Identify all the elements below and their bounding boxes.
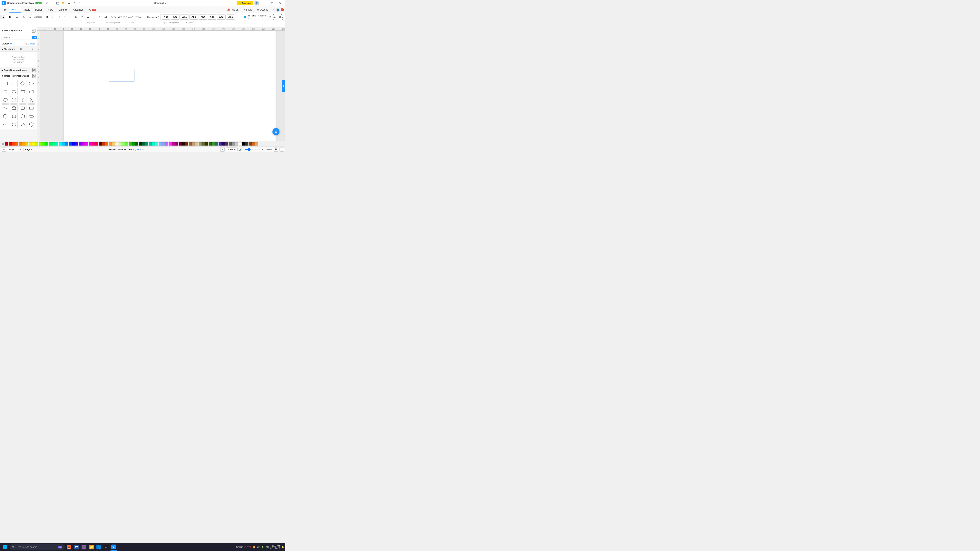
color-swatch[interactable] — [25, 142, 29, 146]
color-swatch[interactable] — [138, 142, 142, 146]
redo-button[interactable]: ↪ — [50, 1, 55, 5]
color-swatch[interactable] — [65, 142, 68, 146]
buy-now-status[interactable]: Buy Now — [132, 148, 141, 151]
color-swatch[interactable] — [235, 142, 238, 146]
options-button[interactable]: ⚙Options — [255, 8, 270, 12]
basic-drawing-close-button[interactable]: ✕ — [32, 68, 35, 72]
color-swatch[interactable] — [242, 142, 245, 146]
my-library-collapse-button[interactable]: ⊟ — [18, 47, 24, 51]
color-swatch[interactable] — [182, 142, 185, 146]
color-swatch[interactable] — [38, 142, 42, 146]
help-button[interactable]: ? — [270, 8, 275, 12]
color-swatch[interactable] — [199, 142, 202, 146]
shape-rounded-rect[interactable] — [10, 80, 18, 87]
color-swatch[interactable] — [115, 142, 118, 146]
color-swatch[interactable] — [142, 142, 145, 146]
color-swatch[interactable] — [135, 142, 138, 146]
shape-striped-rect[interactable] — [28, 105, 35, 112]
font-grow-button[interactable]: A↑ — [15, 14, 20, 20]
color-swatch[interactable] — [82, 142, 85, 146]
color-swatch[interactable] — [165, 142, 169, 146]
menu-advanced[interactable]: Advanced — [70, 7, 86, 12]
menu-home[interactable]: Home — [9, 7, 21, 13]
close-button[interactable]: ✕ — [277, 0, 284, 6]
more-symbols-dropdown[interactable]: ▾ — [21, 30, 22, 32]
color-swatch[interactable] — [208, 142, 212, 146]
maximize-button[interactable]: □ — [269, 0, 275, 6]
color-swatch[interactable] — [149, 142, 152, 146]
color-swatch[interactable] — [72, 142, 75, 146]
color-swatch[interactable] — [79, 142, 82, 146]
color-swatch[interactable] — [119, 142, 122, 146]
color-swatch[interactable] — [35, 142, 38, 146]
select-tool-button[interactable]: ⬡Select▾ — [111, 14, 123, 20]
color-swatch[interactable] — [129, 142, 132, 146]
zoom-slider[interactable] — [245, 148, 260, 151]
shape-rectangle[interactable] — [2, 80, 9, 87]
panel-collapse-button[interactable]: ≪ — [32, 29, 35, 33]
zoom-out-button[interactable]: 🔊 — [239, 148, 243, 151]
fit-page-button[interactable]: ⊟ — [274, 147, 278, 152]
publish-button[interactable]: 📤Publish — [225, 8, 240, 12]
shape-cloud[interactable] — [19, 121, 27, 128]
color-swatch[interactable] — [232, 142, 235, 146]
color-swatch[interactable] — [68, 142, 72, 146]
expand-icon[interactable]: ▼ — [2, 48, 3, 50]
color-swatch[interactable] — [178, 142, 182, 146]
style-swatch-6[interactable]: Abc — [217, 14, 226, 20]
color-swatch[interactable] — [9, 142, 12, 146]
minimize-button[interactable]: ─ — [260, 0, 267, 6]
symbol-search-input[interactable] — [2, 35, 31, 40]
open-button[interactable]: 📂 — [61, 1, 66, 5]
color-tool-button[interactable]: ⬡ — [1, 142, 5, 146]
account-icon[interactable]: 👤 — [276, 8, 280, 12]
color-swatch[interactable] — [15, 142, 18, 146]
shape-oval[interactable] — [2, 96, 9, 103]
color-swatch[interactable] — [159, 142, 162, 146]
color-swatch[interactable] — [122, 142, 125, 146]
add-page-button[interactable]: + — [19, 148, 22, 151]
bold-button[interactable]: B — [44, 14, 49, 20]
undo-button[interactable]: ↩ — [45, 1, 49, 5]
basic-flowchart-header[interactable]: ▼ Basic Flowchart Shapes ✕ — [0, 73, 37, 79]
shape-wave[interactable] — [2, 121, 9, 128]
shape-drum[interactable] — [10, 105, 18, 112]
indent-button[interactable]: ⇥ — [91, 14, 97, 20]
color-swatch[interactable] — [218, 142, 222, 146]
page-tab-1[interactable]: Page-1 — [7, 148, 18, 151]
save-button[interactable]: 💾 — [56, 1, 60, 5]
shape-hexagon[interactable] — [19, 113, 27, 120]
bullet-list-button[interactable]: ☰ — [85, 14, 91, 20]
menu-file[interactable]: File — [0, 7, 9, 12]
position-button[interactable]: ⊞ Position ▾ — [269, 14, 278, 20]
zoom-in-button[interactable]: + — [261, 148, 265, 151]
align-button[interactable]: ≡ — [27, 14, 33, 20]
color-swatch[interactable] — [32, 142, 35, 146]
subscript-button[interactable]: x₂ — [73, 14, 79, 20]
menu-ai[interactable]: AI hot — [86, 7, 99, 12]
fullscreen-button[interactable]: ⛶ — [280, 147, 284, 152]
strikethrough-button[interactable]: S — [62, 14, 67, 20]
color-swatch[interactable] — [89, 142, 92, 146]
my-library-close-button[interactable]: ✕ — [30, 47, 35, 51]
color-swatch[interactable] — [5, 142, 8, 146]
color-swatch[interactable] — [248, 142, 252, 146]
underline-button[interactable]: U — [56, 14, 61, 20]
menu-design[interactable]: Design — [32, 7, 45, 12]
shape-rounded-rect2[interactable] — [28, 80, 35, 87]
color-swatch[interactable] — [12, 142, 15, 146]
cloud-button[interactable]: ☁ — [67, 1, 72, 5]
color-swatch[interactable] — [185, 142, 188, 146]
shape-diamond[interactable] — [19, 80, 27, 87]
color-swatch[interactable] — [49, 142, 52, 146]
color-swatch[interactable] — [75, 142, 78, 146]
shape-person[interactable] — [19, 96, 27, 103]
color-swatch[interactable] — [105, 142, 108, 146]
color-swatch[interactable] — [252, 142, 255, 146]
color-swatch[interactable] — [195, 142, 198, 146]
color-swatch[interactable] — [55, 142, 59, 146]
color-swatch[interactable] — [229, 142, 232, 146]
shape-rounded-wide[interactable] — [28, 113, 35, 120]
shape-rect-shadow[interactable] — [10, 113, 18, 120]
color-swatch[interactable] — [145, 142, 148, 146]
